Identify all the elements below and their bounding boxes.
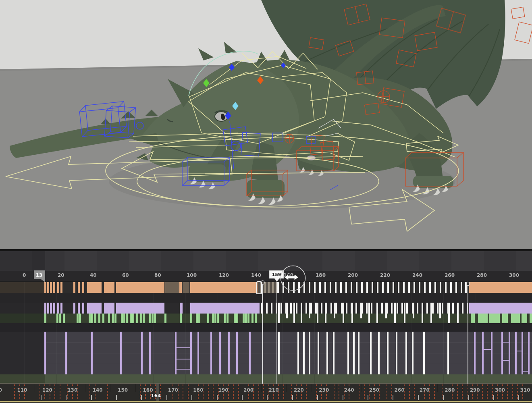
timeline-header-prerange <box>0 251 45 271</box>
summary-strip <box>0 374 532 384</box>
dope-sheet-row-line <box>45 364 532 364</box>
track-row-2[interactable] <box>0 303 532 314</box>
track-row-1-prerange <box>0 282 45 293</box>
viewport-3d[interactable] <box>0 0 532 251</box>
time-slider[interactable] <box>0 384 532 401</box>
track-gap-1 <box>0 293 532 303</box>
track-row-2-prerange <box>0 303 45 314</box>
dope-sheet-prerange <box>0 332 45 374</box>
range-slider[interactable] <box>0 401 532 403</box>
timeline-ruler[interactable] <box>0 271 532 282</box>
timeline-header-strip <box>0 251 532 271</box>
dragon-belly-detail <box>307 156 316 160</box>
dope-sheet-row-line <box>45 342 532 343</box>
dope-sheet-row-line <box>45 353 532 353</box>
application-window: 0204060801001201401601802002202402602803… <box>0 0 532 403</box>
track-row-3[interactable] <box>0 314 532 323</box>
track-row-1[interactable] <box>0 282 532 293</box>
summary-strip-prerange <box>0 374 45 384</box>
track-gap-2 <box>0 323 532 332</box>
track-row-3-prerange <box>0 314 45 323</box>
